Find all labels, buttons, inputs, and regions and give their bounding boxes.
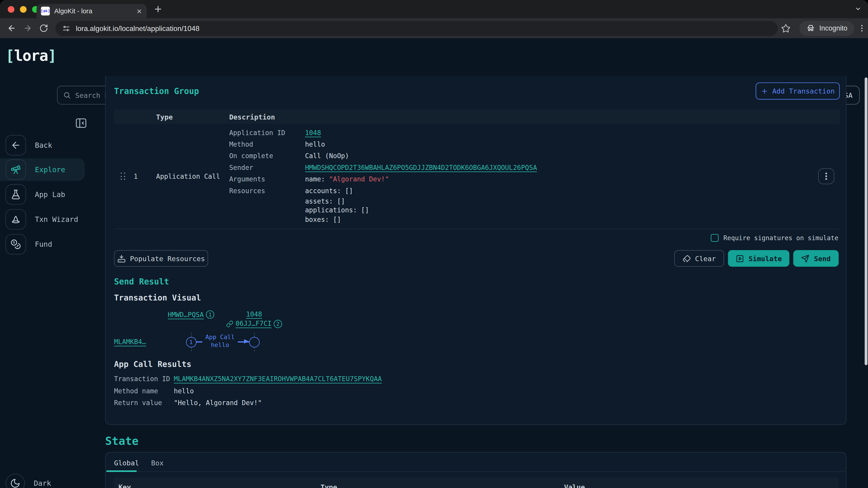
field-label: Resources [229, 185, 285, 197]
sidebar-item-label: Back [35, 141, 52, 149]
lora-app: [lora] LocalNet HMWD…PQSA Back [0, 38, 868, 488]
add-transaction-button[interactable]: Add Transaction [756, 83, 840, 100]
field-label: Method [229, 139, 285, 151]
tab-search-button[interactable] [852, 3, 864, 14]
edge-label-type: App Call [206, 334, 235, 341]
wizard-hat-icon [5, 209, 26, 230]
populate-resources-button[interactable]: Populate Resources [114, 250, 208, 267]
app-id-lane-link[interactable]: 1048 [246, 311, 262, 318]
application-id-link[interactable]: 1048 [305, 129, 321, 137]
add-transaction-label: Add Transaction [772, 87, 835, 95]
state-table-header: Key Type Value [114, 477, 838, 488]
eraser-icon [682, 254, 690, 263]
coins-icon [5, 234, 26, 255]
edge-arrowhead [244, 339, 248, 344]
row-menu-button[interactable] [818, 168, 834, 184]
on-complete-value: Call (NoOp) [305, 151, 537, 162]
reload-button[interactable] [39, 24, 48, 33]
site-settings-icon[interactable] [62, 24, 70, 33]
browser-toolbar: lora.algokit.io/localnet/application/104… [0, 18, 868, 38]
transaction-visual-title: Transaction Visual [114, 293, 201, 302]
forward-button[interactable] [23, 24, 32, 33]
edge-label[interactable]: App Callhello [202, 334, 238, 349]
resource-boxes: boxes: [] [305, 215, 537, 224]
column-type: Type [320, 483, 337, 488]
result-label: Method name [114, 385, 174, 397]
field-label: Sender [229, 162, 285, 174]
sidebar-item-label: Txn Wizard [35, 215, 78, 224]
sidebar-item-label: Explore [35, 165, 65, 174]
app-header: [lora] LocalNet HMWD…PQSA [0, 38, 868, 76]
window-close-button[interactable] [8, 6, 14, 12]
state-card: Global Box Key Type Value [105, 452, 846, 488]
browser-menu-icon[interactable] [857, 24, 866, 33]
argument-value: "Algorand Dev!" [329, 175, 389, 183]
incognito-label: Incognito [819, 24, 847, 32]
app-account-lane-link[interactable]: 06JJ…F7CI [236, 320, 272, 328]
tab-global[interactable]: Global [114, 459, 139, 467]
field-label: Application ID [229, 127, 285, 139]
edge-from-node[interactable]: 1 [186, 337, 196, 347]
clear-label: Clear [695, 254, 716, 263]
simulate-button[interactable]: Simulate [728, 250, 789, 267]
lora-logo[interactable]: [lora] [5, 47, 56, 64]
back-button[interactable] [7, 24, 16, 33]
sender-lane-link[interactable]: HMWD…PQSA [168, 311, 204, 318]
resource-applications: applications: [] [305, 206, 537, 215]
sidebar-item-fund[interactable]: Fund [0, 233, 85, 256]
new-tab-button[interactable] [153, 4, 163, 14]
browser-tab[interactable]: [ak] AlgoKit - lora [37, 4, 147, 18]
arrow-left-icon [5, 135, 26, 156]
sender-address-link[interactable]: HMWDSHQCOPD2T36WBAHLAZ6PO5GDJJZBN4D2TODK… [305, 164, 537, 171]
tab-box[interactable]: Box [151, 459, 164, 467]
incognito-badge: Incognito [799, 21, 854, 36]
main-content: Transaction Group Add Transaction Type D… [91, 76, 868, 488]
tab-title: AlgoKit - lora [54, 7, 132, 15]
transaction-type: Application Call [156, 173, 220, 180]
drag-handle[interactable] [121, 173, 126, 180]
populate-resources-label: Populate Resources [130, 254, 205, 263]
plus-icon [761, 87, 768, 95]
send-label: Send [814, 254, 831, 263]
transaction-row-link[interactable]: MLAMKB4… [114, 338, 146, 346]
lane1-badge: 1 [206, 311, 214, 319]
send-button[interactable]: Send [794, 250, 838, 267]
transaction-id-link[interactable]: MLAMKB4ANXZ5NA2XY7ZNF3EAIROHVWPAB4A7CLT6… [174, 373, 382, 385]
page-scrollbar[interactable] [864, 77, 867, 365]
sidebar-item-theme-dark[interactable]: Dark [0, 472, 85, 488]
transaction-table-header: Type Description [114, 109, 840, 124]
result-row: Transaction ID MLAMKB4ANXZ5NA2XY7ZNF3EAI… [114, 373, 382, 385]
field-label: Arguments [229, 174, 285, 185]
send-icon [801, 254, 810, 263]
tab-close-icon[interactable] [136, 8, 142, 14]
lane1-header: HMWD…PQSA 1 [168, 311, 214, 319]
column-type: Type [156, 113, 173, 121]
tab-favicon: [ak] [41, 6, 50, 15]
return-value: "Hello, Algorand Dev!" [174, 397, 262, 410]
description-values: 1048 hello Call (NoOp) HMWDSHQCOPD2T36WB… [305, 127, 537, 224]
sidebar-collapse-button[interactable] [75, 117, 88, 129]
address-bar[interactable]: lora.algokit.io/localnet/application/104… [55, 21, 778, 36]
sidebar-item-label: Fund [35, 240, 52, 249]
sidebar-item-label: App Lab [35, 190, 65, 199]
bookmark-star-icon[interactable] [781, 24, 791, 33]
play-square-icon [736, 254, 744, 263]
window-minimize-button[interactable] [20, 6, 26, 12]
sidebar-item-txn-wizard[interactable]: Txn Wizard [0, 208, 85, 231]
clear-button[interactable]: Clear [674, 250, 724, 267]
sidebar-item-explore[interactable]: Explore [0, 158, 85, 181]
logo-text: lora [14, 47, 48, 64]
description-labels: Application ID Method On complete Sender… [229, 127, 285, 197]
logo-bracket-left: [ [5, 47, 14, 64]
method-value: hello [305, 139, 537, 151]
result-label: Return value [114, 397, 174, 410]
logo-bracket-right: ] [48, 47, 56, 64]
require-signatures-checkbox[interactable] [711, 234, 718, 242]
sidebar-item-label: Dark [34, 479, 51, 488]
link-icon [226, 320, 233, 327]
chevron-down-icon [855, 5, 861, 12]
edge-to-node[interactable] [249, 337, 259, 347]
require-signatures-row: Require signatures on simulate [711, 234, 838, 242]
sidebar-item-app-lab[interactable]: App Lab [0, 183, 85, 206]
sidebar-item-back[interactable]: Back [0, 134, 85, 157]
